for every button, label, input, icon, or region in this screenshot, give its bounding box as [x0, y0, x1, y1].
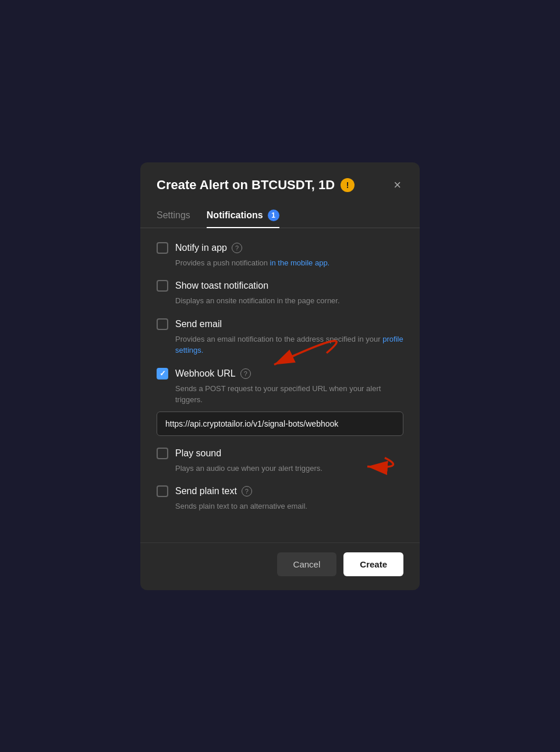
create-alert-dialog: Create Alert on BTCUSDT, 1D ! × Settings…: [140, 162, 420, 590]
webhook-url-item: Webhook URL ? Sends a POST request to yo…: [157, 368, 403, 436]
play-sound-checkbox[interactable]: [157, 448, 168, 459]
send-email-label: Send email: [175, 319, 222, 329]
play-sound-row: Play sound: [157, 448, 403, 459]
webhook-url-checkbox[interactable]: [157, 368, 168, 379]
notify-in-app-item: Notify in app ? Provides a push notifica…: [157, 242, 403, 269]
close-button[interactable]: ×: [391, 176, 403, 194]
notify-in-app-checkbox[interactable]: [157, 242, 168, 254]
cancel-button[interactable]: Cancel: [277, 552, 337, 576]
send-plain-text-help-icon[interactable]: ?: [242, 486, 252, 496]
send-plain-text-row: Send plain text ?: [157, 485, 403, 497]
show-toast-description: Displays an onsite notification in the p…: [157, 295, 403, 307]
send-plain-text-label: Send plain text ?: [175, 486, 252, 496]
notify-in-app-row: Notify in app ?: [157, 242, 403, 254]
title-text: Create Alert on BTCUSDT, 1D: [157, 178, 335, 193]
dialog-footer: Cancel Create: [140, 542, 420, 590]
send-plain-text-item: Send plain text ? Sends plain text to an…: [157, 485, 403, 512]
webhook-url-row: Webhook URL ?: [157, 368, 403, 379]
tab-notifications[interactable]: Notifications 1: [207, 204, 279, 228]
tab-notifications-label: Notifications: [207, 210, 263, 221]
dialog-title: Create Alert on BTCUSDT, 1D !: [157, 178, 355, 193]
notify-in-app-label: Notify in app ?: [175, 243, 242, 253]
notifications-badge: 1: [268, 210, 279, 221]
send-email-row: Send email: [157, 318, 403, 330]
send-email-item: Send email Provides an email notificatio…: [157, 318, 403, 356]
send-plain-text-description: Sends plain text to an alternative email…: [157, 501, 403, 512]
send-plain-text-checkbox[interactable]: [157, 485, 168, 497]
show-toast-checkbox[interactable]: [157, 280, 168, 292]
dialog-body: Notify in app ? Provides a push notifica…: [140, 228, 420, 538]
send-email-checkbox[interactable]: [157, 318, 168, 330]
dialog-header: Create Alert on BTCUSDT, 1D ! ×: [140, 162, 420, 203]
tab-bar: Settings Notifications 1: [140, 203, 420, 228]
create-button[interactable]: Create: [343, 552, 403, 576]
warning-icon: !: [341, 178, 355, 192]
show-toast-row: Show toast notification: [157, 280, 403, 292]
tab-settings-label: Settings: [157, 210, 190, 221]
show-toast-label: Show toast notification: [175, 281, 268, 291]
webhook-url-input[interactable]: [157, 412, 403, 436]
play-sound-item: Play sound Plays an audio cue when your …: [157, 448, 403, 474]
webhook-url-description: Sends a POST request to your specified U…: [157, 383, 403, 406]
profile-settings-link[interactable]: profile settings.: [175, 335, 403, 355]
play-sound-label: Play sound: [175, 448, 221, 459]
notify-in-app-help-icon[interactable]: ?: [232, 243, 242, 253]
show-toast-item: Show toast notification Displays an onsi…: [157, 280, 403, 307]
webhook-url-label: Webhook URL ?: [175, 368, 251, 379]
play-sound-description: Plays an audio cue when your alert trigg…: [157, 463, 403, 474]
mobile-app-link[interactable]: in the mobile app.: [270, 258, 330, 267]
notify-in-app-description: Provides a push notification in the mobi…: [157, 257, 403, 269]
tab-settings[interactable]: Settings: [157, 204, 190, 228]
send-email-description: Provides an email notification to the ad…: [157, 334, 403, 356]
webhook-url-help-icon[interactable]: ?: [240, 368, 251, 379]
